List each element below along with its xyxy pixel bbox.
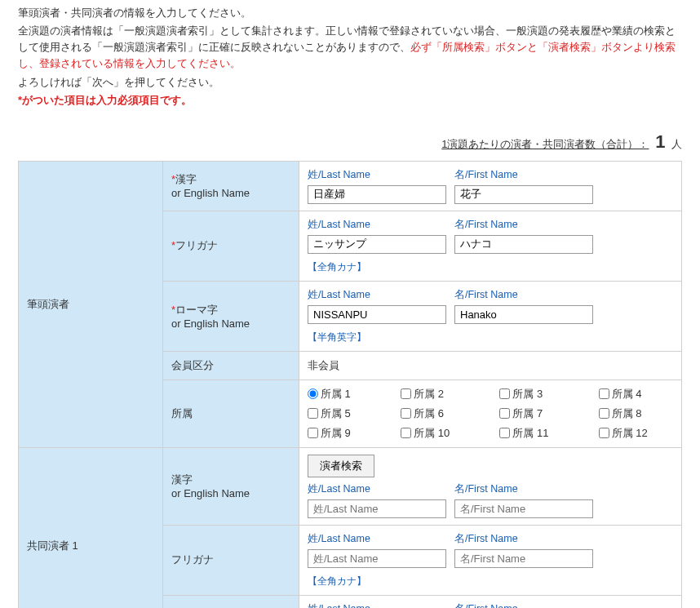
lead-kanji-last-input[interactable] bbox=[308, 185, 446, 204]
presenter-search-button[interactable]: 演者検索 bbox=[308, 455, 374, 477]
lead-roma-first-input[interactable] bbox=[454, 305, 593, 324]
aff-option-5[interactable]: 所属 5 bbox=[308, 406, 376, 421]
aff-check-2[interactable] bbox=[401, 388, 411, 399]
aff-check-8[interactable] bbox=[599, 408, 609, 419]
lastname-label: 姓/Last Name bbox=[308, 218, 446, 232]
co1-kanji-last-input[interactable] bbox=[308, 499, 446, 518]
aff-check-7[interactable] bbox=[499, 408, 510, 419]
lastname-label: 姓/Last Name bbox=[308, 532, 446, 546]
kana-hint: 【全角カナ】 bbox=[308, 260, 446, 274]
aff-option-7[interactable]: 所属 7 bbox=[499, 406, 574, 421]
aff-check-12[interactable] bbox=[599, 428, 609, 438]
firstname-label: 名/First Name bbox=[454, 532, 593, 546]
instruction-line-2: 全演題の演者情報は「一般演題演者索引」として集計されます。正しい情報で登録されて… bbox=[18, 23, 682, 72]
co1-romaji-label: ローマ字 bbox=[163, 595, 299, 608]
row-kanji-body: 姓/Last Name 名/First Name bbox=[299, 161, 682, 211]
aff-option-8[interactable]: 所属 8 bbox=[599, 406, 673, 421]
instruction-line-3: よろしければ「次へ」を押してください。 bbox=[18, 74, 682, 91]
aff-option-11[interactable]: 所属 11 bbox=[499, 426, 574, 441]
aff-check-5[interactable] bbox=[308, 408, 318, 419]
co1-kana-last-input[interactable] bbox=[308, 549, 446, 568]
row-affiliation-body: 所属 1 所属 2 所属 3 所属 4 所属 5 所属 6 所属 7 所属 8 … bbox=[299, 379, 682, 447]
lead-member-value: 非会員 bbox=[308, 359, 339, 371]
row-affiliation-label: 所属 bbox=[163, 379, 299, 447]
count-label: 1演題あたりの演者・共同演者数（合計）： bbox=[441, 138, 649, 150]
row-romaji-label: *ローマ字 or English Name bbox=[163, 281, 299, 351]
roma-hint: 【半角英字】 bbox=[308, 331, 446, 344]
co1-kanji-body: 演者検索 姓/Last Name 名/First Name bbox=[299, 447, 682, 525]
firstname-label: 名/First Name bbox=[454, 288, 593, 302]
co1-kanji-first-input[interactable] bbox=[454, 499, 593, 518]
section-lead-presenter: 筆頭演者 bbox=[19, 161, 163, 447]
aff-radio-1[interactable] bbox=[308, 388, 318, 399]
row-furigana-label: *フリガナ bbox=[163, 211, 299, 281]
aff-option-6[interactable]: 所属 6 bbox=[401, 406, 475, 421]
lastname-label: 姓/Last Name bbox=[308, 602, 446, 608]
aff-option-10[interactable]: 所属 10 bbox=[401, 426, 475, 441]
firstname-label: 名/First Name bbox=[454, 602, 593, 608]
co1-furigana-body: 姓/Last Name 【全角カナ】 名/First Name bbox=[299, 525, 682, 595]
lastname-label: 姓/Last Name bbox=[308, 288, 446, 302]
row-member-body: 非会員 bbox=[299, 351, 682, 379]
instruction-line-1: 筆頭演者・共同演者の情報を入力してください。 bbox=[18, 5, 682, 21]
lead-roma-last-input[interactable] bbox=[308, 305, 446, 324]
count-value: 1 bbox=[655, 131, 665, 152]
lead-kanji-first-input[interactable] bbox=[454, 185, 593, 204]
instructions: 筆頭演者・共同演者の情報を入力してください。 全演題の演者情報は「一般演題演者索… bbox=[18, 5, 682, 109]
lead-kana-last-input[interactable] bbox=[308, 235, 446, 254]
firstname-label: 名/First Name bbox=[454, 168, 593, 182]
row-romaji-body: 姓/Last Name 【半角英字】 名/First Name bbox=[299, 281, 682, 351]
aff-check-4[interactable] bbox=[599, 388, 609, 399]
lastname-label: 姓/Last Name bbox=[308, 168, 446, 182]
aff-option-12[interactable]: 所属 12 bbox=[599, 426, 673, 441]
kana-hint: 【全角カナ】 bbox=[308, 575, 446, 588]
co1-romaji-body: 姓/Last Name 名/First Name bbox=[299, 595, 682, 608]
aff-option-4[interactable]: 所属 4 bbox=[599, 387, 673, 402]
presenter-count: 1演題あたりの演者・共同演者数（合計）： 1 人 bbox=[18, 131, 682, 153]
aff-option-1[interactable]: 所属 1 bbox=[308, 387, 376, 402]
co1-kanji-label: 漢字 or English Name bbox=[163, 447, 299, 525]
aff-check-10[interactable] bbox=[401, 428, 411, 438]
aff-option-9[interactable]: 所属 9 bbox=[308, 426, 376, 441]
row-kanji-label: *漢字 or English Name bbox=[163, 161, 299, 211]
row-furigana-body: 姓/Last Name 【全角カナ】 名/First Name bbox=[299, 211, 682, 281]
co1-kana-first-input[interactable] bbox=[454, 549, 593, 568]
aff-check-11[interactable] bbox=[499, 428, 510, 438]
aff-option-2[interactable]: 所属 2 bbox=[401, 387, 475, 402]
presenter-form-table: 筆頭演者 *漢字 or English Name 姓/Last Name 名/F… bbox=[18, 161, 682, 608]
required-note: *がついた項目は入力必須項目です。 bbox=[18, 92, 682, 109]
aff-check-3[interactable] bbox=[499, 388, 510, 399]
aff-check-9[interactable] bbox=[308, 428, 318, 438]
aff-check-6[interactable] bbox=[401, 408, 411, 419]
lastname-label: 姓/Last Name bbox=[308, 482, 446, 496]
firstname-label: 名/First Name bbox=[454, 482, 593, 496]
lead-kana-first-input[interactable] bbox=[454, 235, 593, 254]
firstname-label: 名/First Name bbox=[454, 218, 593, 232]
section-co-presenter-1: 共同演者 1 bbox=[19, 447, 163, 608]
row-member-label: 会員区分 bbox=[163, 351, 299, 379]
count-unit: 人 bbox=[671, 138, 682, 150]
aff-option-3[interactable]: 所属 3 bbox=[499, 387, 574, 402]
co1-furigana-label: フリガナ bbox=[163, 525, 299, 595]
